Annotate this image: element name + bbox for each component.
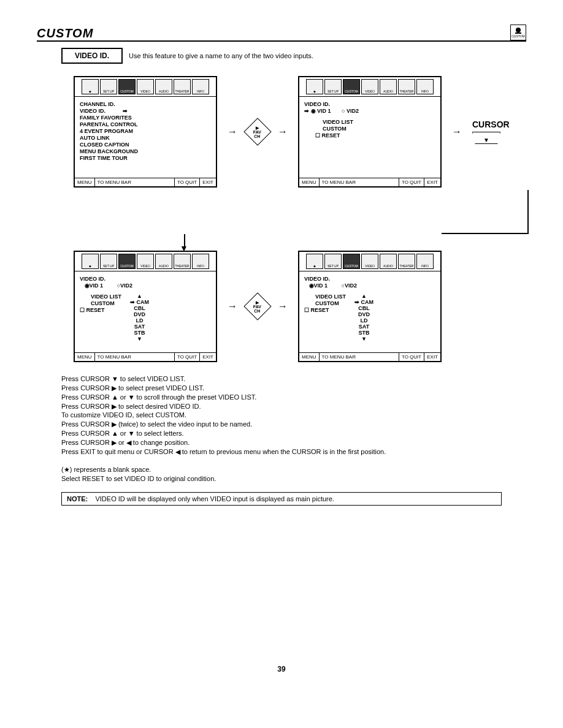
fav-ch-button: ▶FAVCH (248, 297, 267, 316)
custom-icon: CUSTOM (510, 25, 526, 40)
menu-bar: ◆ SET UP CUSTOM VIDEO AUDIO THEATER INFO (299, 77, 440, 97)
menu-bar: ◆ SET UP CUSTOM VIDEO AUDIO THEATER INFO (299, 252, 440, 271)
menu-screen-2: ◆ SET UP CUSTOM VIDEO AUDIO THEATER INFO… (298, 76, 442, 188)
feature-description: Use this feature to give a name to any o… (123, 48, 320, 64)
flow-connector (442, 190, 529, 234)
menu-screen-3: ◆ SET UP CUSTOM VIDEO AUDIO THEATER INFO… (74, 251, 217, 362)
info-icon: INFO (192, 254, 209, 269)
custom-icon: CUSTOM (118, 79, 136, 94)
arrow-right-icon: → (267, 301, 298, 312)
menu-bar: ◆ SET UP CUSTOM VIDEO AUDIO THEATER INFO (75, 252, 216, 271)
menu-screen-1: ◆ SET UP CUSTOM VIDEO AUDIO THEATER INFO… (74, 76, 217, 188)
theater-icon: THEATER (174, 254, 191, 269)
custom-icon: CUSTOM (343, 254, 360, 269)
cursor-button: CURSOR ▼ (472, 119, 510, 144)
arrow-right-icon: → (442, 126, 472, 137)
info-icon: INFO (416, 254, 434, 269)
screen-body: CHANNEL ID. VIDEO ID. ➡ FAMILY FAVORITES… (75, 97, 216, 178)
arrow-right-icon: → (267, 126, 298, 137)
page-header: CUSTOM CUSTOM (37, 25, 526, 42)
audio-icon: AUDIO (380, 79, 397, 94)
svg-point-0 (516, 28, 521, 32)
setup-icon: SET UP (324, 254, 342, 269)
nav-arrows-icon: ◆ (306, 254, 323, 269)
screen-footer: MENU TO MENU BAR TO QUIT EXIT (299, 352, 440, 361)
setup-icon: SET UP (100, 254, 117, 269)
screen-footer: MENU TO MENU BAR TO QUIT EXIT (75, 352, 216, 361)
nav-arrows-icon: ◆ (82, 254, 99, 269)
menu-bar: ◆ SET UP CUSTOM VIDEO AUDIO THEATER INFO (75, 77, 216, 97)
custom-icon: CUSTOM (343, 79, 360, 94)
fav-ch-button: ▶FAVCH (248, 122, 267, 142)
screen-body: VIDEO ID. ◉VID 1 ○VID2 VIDEO LIST CUSTOM… (75, 271, 216, 352)
diagram-area: ◆ SET UP CUSTOM VIDEO AUDIO THEATER INFO… (74, 76, 526, 362)
audio-icon: AUDIO (155, 254, 172, 269)
custom-icon: CUSTOM (118, 254, 136, 269)
info-icon: INFO (416, 79, 434, 94)
setup-icon: SET UP (100, 79, 117, 94)
screen-body: VIDEO ID. ◉VID 1 ○VID2 VIDEO LIST CUSTOM… (299, 271, 440, 352)
info-icon: INFO (192, 79, 209, 94)
nav-arrows-icon: ◆ (82, 79, 99, 94)
video-icon: VIDEO (137, 254, 154, 269)
theater-icon: THEATER (174, 79, 191, 94)
video-icon: VIDEO (361, 79, 378, 94)
theater-icon: THEATER (398, 254, 415, 269)
section-title: CUSTOM (37, 26, 93, 40)
screen-footer: MENU TO MENU BAR TO QUIT EXIT (299, 178, 440, 186)
feature-name-box: VIDEO ID. (61, 48, 123, 64)
video-icon: VIDEO (361, 254, 378, 269)
audio-icon: AUDIO (380, 254, 397, 269)
theater-icon: THEATER (398, 79, 415, 94)
feature-row: VIDEO ID. Use this feature to give a nam… (61, 48, 526, 64)
instructions-list: Press CURSOR ▼ to select VIDEO LIST. Pre… (61, 374, 526, 483)
note-box: NOTE: VIDEO ID will be displayed only wh… (61, 492, 502, 506)
page-number: 39 (37, 665, 526, 673)
nav-arrows-icon: ◆ (306, 79, 323, 94)
screen-footer: MENU TO MENU BAR TO QUIT EXIT (75, 178, 216, 186)
audio-icon: AUDIO (155, 79, 172, 94)
screen-body: VIDEO ID. ➡ ◉ VID 1 ○ VID2 VIDEO LIST CU… (299, 97, 440, 178)
setup-icon: SET UP (324, 79, 342, 94)
svg-rect-1 (515, 32, 521, 34)
video-icon: VIDEO (137, 79, 154, 94)
menu-screen-4: ◆ SET UP CUSTOM VIDEO AUDIO THEATER INFO… (298, 251, 442, 362)
arrow-down-icon: ▼ (180, 246, 526, 251)
